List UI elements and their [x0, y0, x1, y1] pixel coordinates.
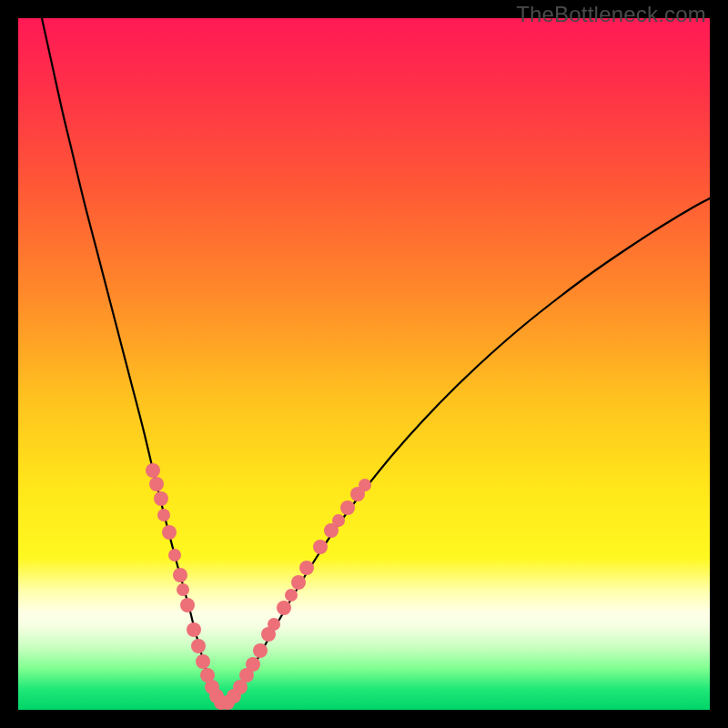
watermark-text: TheBottleneck.com — [516, 2, 706, 27]
data-marker — [277, 601, 291, 615]
data-marker — [154, 491, 168, 506]
data-marker — [268, 618, 280, 631]
data-marker — [299, 561, 314, 575]
data-marker — [146, 463, 160, 478]
chart-svg — [18, 18, 710, 710]
chart-frame: TheBottleneck.com — [0, 0, 728, 728]
data-marker — [149, 477, 164, 491]
data-marker — [191, 639, 206, 653]
data-marker — [285, 589, 298, 602]
data-marker — [196, 654, 210, 669]
data-marker — [173, 568, 187, 582]
data-marker — [332, 514, 345, 527]
data-marker — [157, 509, 170, 521]
data-marker — [313, 540, 328, 554]
data-marker — [291, 575, 306, 590]
data-marker — [177, 583, 189, 596]
data-marker — [180, 598, 195, 612]
plot-area — [18, 18, 710, 710]
data-marker — [340, 500, 355, 515]
data-marker — [246, 657, 260, 672]
data-marker — [253, 643, 268, 658]
chart-background — [18, 18, 710, 710]
data-marker — [162, 525, 177, 540]
data-marker — [187, 622, 201, 637]
data-marker — [359, 479, 371, 491]
data-marker — [168, 549, 181, 561]
